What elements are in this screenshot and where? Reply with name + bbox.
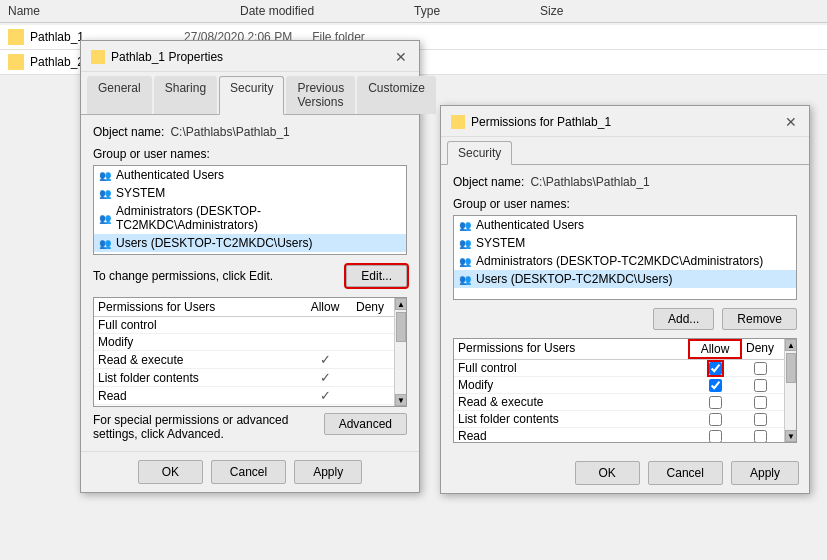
advanced-info-text: For special permissions or advanced sett… [93,413,293,441]
permissions-title: Permissions for Pathlab_1 [451,115,611,129]
perm-row-5: Write [94,405,394,407]
perm2-name-0: Full control [458,361,690,375]
tab-customize[interactable]: Customize [357,76,436,114]
group-label: Group or user names: [93,147,407,161]
perm-header-row: Permissions for Users Allow Deny [94,298,394,317]
check-icon-3: ✓ [320,370,331,385]
perm2-deny-0[interactable] [740,362,780,375]
user-item-1[interactable]: 👥 SYSTEM [94,184,406,202]
tab-previous-versions[interactable]: Previous Versions [286,76,355,114]
permissions-title-text: Permissions for Pathlab_1 [471,115,611,129]
perm2-deny-2[interactable] [740,396,780,409]
properties-titlebar: Pathlab_1 Properties ✕ [81,41,419,72]
tab-sharing[interactable]: Sharing [154,76,217,114]
perm-col-allow: Allow [300,300,350,314]
folder-icon-pathlab2 [8,54,24,70]
perm2-allow-checkbox-2[interactable] [709,396,722,409]
users-list[interactable]: 👥 Authenticated Users 👥 SYSTEM 👥 Adminis… [93,165,407,255]
perm-user-name-2: Administrators (DESKTOP-TC2MKDC\Administ… [476,254,763,268]
perm-name-4: Read [98,389,300,403]
perm2-allow-checkbox-3[interactable] [709,413,722,426]
col-size: Size [540,4,563,18]
advanced-button[interactable]: Advanced [324,413,407,435]
properties-close-button[interactable]: ✕ [391,47,411,67]
user-item-0[interactable]: 👥 Authenticated Users [94,166,406,184]
perm2-scrollbar[interactable]: ▲ ▼ [784,339,796,442]
perm2-deny-3[interactable] [740,413,780,426]
perm-users-list[interactable]: 👥 Authenticated Users 👥 SYSTEM 👥 Adminis… [453,215,797,300]
permissions-ok-button[interactable]: OK [575,461,640,485]
perm2-deny-checkbox-4[interactable] [754,430,767,443]
perm2-name-3: List folder contents [458,412,690,426]
properties-footer: OK Cancel Apply [81,451,419,492]
user-item-3[interactable]: 👥 Users (DESKTOP-TC2MKDC\Users) [94,234,406,252]
folder-icon-pathlab1 [8,29,24,45]
perm-object-label: Object name: [453,175,524,189]
check-icon-4: ✓ [320,388,331,403]
perm2-deny-checkbox-0[interactable] [754,362,767,375]
edit-button[interactable]: Edit... [346,265,407,287]
perm2-deny-4[interactable] [740,430,780,443]
permissions-cancel-button[interactable]: Cancel [648,461,723,485]
perm-user-item-2[interactable]: 👥 Administrators (DESKTOP-TC2MKDC\Admini… [454,252,796,270]
perm-user-item-1[interactable]: 👥 SYSTEM [454,234,796,252]
properties-cancel-button[interactable]: Cancel [211,460,286,484]
perm2-col-allow: Allow [690,341,740,357]
permissions-dialog: Permissions for Pathlab_1 ✕ Security Obj… [440,105,810,494]
perm-user-item-0[interactable]: 👥 Authenticated Users [454,216,796,234]
perm2-deny-checkbox-2[interactable] [754,396,767,409]
perm2-row-2: Read & execute [454,394,784,411]
perm-user-name-0: Authenticated Users [476,218,584,232]
perm-user-name-3: Users (DESKTOP-TC2MKDC\Users) [476,272,672,286]
tab-security[interactable]: Security [219,76,284,115]
user-icon-1: 👥 [98,186,112,200]
perm-scrollbar[interactable]: ▲ ▼ [394,298,406,406]
perm-name-3: List folder contents [98,371,300,385]
perm2-col-name: Permissions for Users [458,341,690,357]
properties-content: Object name: C:\Pathlabs\Pathlab_1 Group… [81,115,419,451]
perm2-allow-2[interactable] [690,396,740,409]
user-icon-2: 👥 [98,211,112,225]
perm-permissions-list: Permissions for Users Allow Deny Full co… [454,339,784,442]
tab-general[interactable]: General [87,76,152,114]
permissions-tab-security[interactable]: Security [447,141,512,165]
perm2-name-2: Read & execute [458,395,690,409]
perm2-name-1: Modify [458,378,690,392]
perm2-deny-checkbox-3[interactable] [754,413,767,426]
col-name: Name [8,4,40,18]
permissions-close-button[interactable]: ✕ [781,112,801,132]
perm-col-deny: Deny [350,300,390,314]
perm-user-icon-1: 👥 [458,236,472,250]
perm2-allow-3[interactable] [690,413,740,426]
properties-ok-button[interactable]: OK [138,460,203,484]
perm-col-name: Permissions for Users [98,300,300,314]
permissions-titlebar: Permissions for Pathlab_1 ✕ [441,106,809,137]
properties-tabs: General Sharing Security Previous Versio… [81,72,419,115]
add-button[interactable]: Add... [653,308,714,330]
permissions-apply-button[interactable]: Apply [731,461,799,485]
object-name-value: C:\Pathlabs\Pathlab_1 [170,125,289,139]
perm2-allow-4[interactable] [690,430,740,443]
perm2-allow-0[interactable] [690,362,740,375]
perm2-deny-1[interactable] [740,379,780,392]
perm-row-3: List folder contents ✓ [94,369,394,387]
perm-user-item-3[interactable]: 👥 Users (DESKTOP-TC2MKDC\Users) [454,270,796,288]
properties-apply-button[interactable]: Apply [294,460,362,484]
perm2-row-3: List folder contents [454,411,784,428]
perm2-allow-checkbox-1[interactable] [709,379,722,392]
remove-button[interactable]: Remove [722,308,797,330]
permissions-tabs: Security [441,137,809,165]
user-item-2[interactable]: 👥 Administrators (DESKTOP-TC2MKDC\Admini… [94,202,406,234]
perm-user-icon-3: 👥 [458,272,472,286]
object-name-label: Object name: [93,125,164,139]
permissions-footer: OK Cancel Apply [441,453,809,493]
perm2-allow-checkbox-4[interactable] [709,430,722,443]
perm2-allow-1[interactable] [690,379,740,392]
perm2-deny-checkbox-1[interactable] [754,379,767,392]
perm-allow-4: ✓ [300,388,350,403]
properties-folder-icon [91,50,105,64]
file-name-pathlab2: Pathlab_2 [30,55,84,69]
perm-allow-3: ✓ [300,370,350,385]
file-name-pathlab1: Pathlab_1 [30,30,84,44]
perm2-allow-checkbox-0[interactable] [709,362,722,375]
